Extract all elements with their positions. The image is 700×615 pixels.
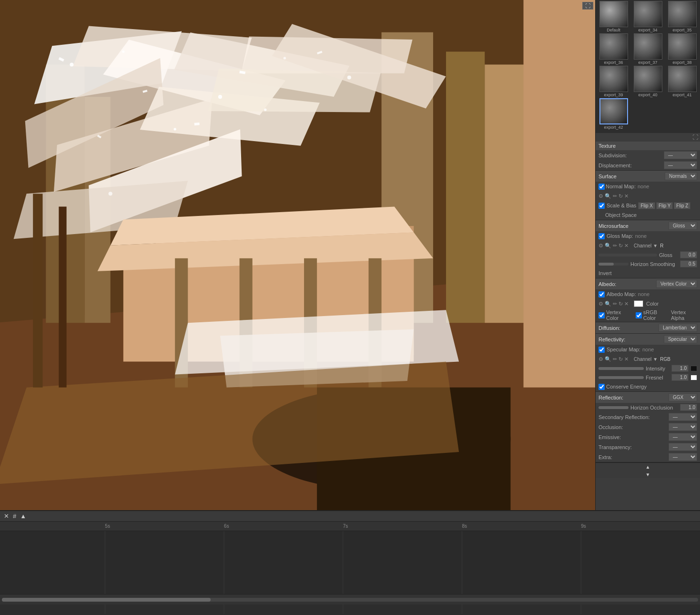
timeline-tracks[interactable] (0, 531, 700, 594)
settings-icon[interactable]: ⚙ (599, 193, 603, 199)
timeline-scrollbar-track[interactable] (2, 598, 698, 602)
gloss-map-label: Gloss Map: (607, 233, 633, 239)
intensity-color-swatch[interactable] (690, 366, 697, 371)
transparency-dropdown[interactable]: — (669, 443, 697, 451)
fresnel-input[interactable]: 1.0 (671, 374, 689, 381)
albedo-mode-dropdown[interactable]: Vertex Color (656, 280, 697, 288)
panel-scroll-down-btn[interactable]: ▼ (596, 471, 700, 478)
material-thumb-export34[interactable]: export_34 (631, 1, 665, 33)
specular-map-checkbox[interactable] (599, 347, 605, 353)
gloss-search-icon[interactable]: 🔍 (605, 243, 611, 249)
edit-icon[interactable]: ✏ (613, 193, 617, 199)
secondary-reflection-dropdown[interactable]: — (669, 413, 697, 421)
material-thumb-export39[interactable]: export_39 (597, 66, 630, 98)
panel-scroll-up-btn[interactable]: ▲ (596, 463, 700, 471)
srgb-color-checkbox[interactable] (636, 312, 642, 318)
microsurface-mode-dropdown[interactable]: Gloss (669, 222, 697, 230)
material-thumb-export41[interactable]: export_41 (665, 66, 699, 98)
channel-dropdown-arrow[interactable]: ▼ (653, 243, 658, 248)
channel-rgb-arrow[interactable]: ▼ (653, 357, 658, 362)
gloss-edit-icon[interactable]: ✏ (613, 243, 617, 249)
albedo-close-icon[interactable]: ✕ (624, 301, 629, 307)
surface-header[interactable]: Surface Normals (596, 171, 700, 182)
gloss-close-icon[interactable]: ✕ (624, 243, 629, 249)
spec-edit-icon[interactable]: ✏ (613, 356, 617, 362)
material-thumb-export42[interactable]: export_42 (597, 98, 630, 130)
normal-map-checkbox[interactable] (599, 184, 605, 190)
spec-settings-icon[interactable]: ⚙ (599, 356, 603, 362)
timeline-hash-icon[interactable]: # (13, 512, 16, 520)
material-thumb-export37[interactable]: export_37 (631, 33, 665, 65)
invert-label: Invert (599, 270, 612, 276)
diffusion-header[interactable]: Diffusion: Lambertian (596, 322, 700, 333)
timeline-up-icon[interactable]: ▲ (20, 512, 26, 520)
search-icon[interactable]: 🔍 (605, 193, 611, 199)
emissive-dropdown[interactable]: — (669, 433, 697, 441)
microsurface-section: Microsurface Gloss Gloss Map: none ⚙ 🔍 ✏ (596, 220, 700, 278)
horizon-occlusion-input[interactable]: 1.0 (680, 404, 697, 411)
viewport-fullscreen-btn[interactable]: ⛶ (582, 2, 593, 10)
material-thumb-default[interactable]: Default (597, 1, 630, 33)
material-thumb-export35[interactable]: export_35 (665, 1, 699, 33)
timeline-x-icon[interactable]: ✕ (4, 512, 9, 520)
horizon-occlusion-slider[interactable] (599, 406, 629, 409)
spec-search-icon[interactable]: 🔍 (605, 356, 611, 362)
spec-close-icon[interactable]: ✕ (624, 356, 629, 362)
timeline-scrollbar[interactable] (0, 594, 700, 605)
gloss-slider-row: Gloss 0.0 (596, 250, 700, 259)
horizon-smoothing-input[interactable]: 0.5 (680, 260, 697, 267)
material-label-export37: export_37 (638, 60, 657, 65)
normal-map-row: Normal Map: none (596, 182, 700, 191)
gloss-input[interactable]: 0.0 (680, 251, 697, 258)
conserve-energy-checkbox[interactable] (599, 384, 605, 390)
fresnel-slider[interactable] (599, 376, 644, 379)
surface-mode-dropdown[interactable]: Normals (665, 172, 697, 180)
albedo-color-swatch[interactable] (634, 300, 643, 307)
subdivision-dropdown[interactable]: — (664, 151, 697, 159)
extra-dropdown[interactable]: — (669, 453, 697, 461)
scale-bias-checkbox[interactable] (599, 203, 605, 209)
gloss-refresh-icon[interactable]: ↻ (619, 243, 623, 249)
viewport-3d[interactable]: ⛶ (0, 0, 595, 510)
reflectivity-mode-dropdown[interactable]: Specular (664, 335, 697, 343)
fresnel-color-swatch[interactable] (690, 375, 697, 380)
material-thumb-export38[interactable]: export_38 (665, 33, 699, 65)
svg-rect-7 (524, 0, 595, 388)
expand-icon[interactable]: ⛶ (692, 134, 698, 141)
horizon-smoothing-slider[interactable] (599, 263, 629, 266)
displacement-dropdown[interactable]: — (664, 161, 697, 169)
reflectivity-header[interactable]: Reflectivity: Specular (596, 334, 700, 345)
gloss-slider-track[interactable] (599, 254, 657, 256)
flip-x-btn[interactable]: Flip X (638, 202, 655, 209)
spec-refresh-icon[interactable]: ↻ (619, 356, 623, 362)
gloss-map-checkbox[interactable] (599, 233, 605, 239)
intensity-slider[interactable] (599, 367, 644, 370)
albedo-map-checkbox[interactable] (599, 291, 605, 297)
channel-value: R (660, 243, 663, 248)
flip-z-btn[interactable]: Flip Z (674, 202, 690, 209)
timeline-content[interactable]: 5s 6s 7s 8s 9s (0, 522, 700, 605)
albedo-settings-icon[interactable]: ⚙ (599, 301, 603, 307)
flip-y-btn[interactable]: Flip Y (656, 202, 673, 209)
reflection-mode-dropdown[interactable]: GGX (669, 393, 697, 401)
albedo-edit-icon[interactable]: ✏ (613, 301, 617, 307)
vertex-color-label: Vertex Color (606, 309, 632, 321)
intensity-input[interactable]: 1.0 (671, 365, 689, 372)
refresh-icon[interactable]: ↻ (619, 193, 623, 199)
diffusion-mode-dropdown[interactable]: Lambertian (659, 324, 697, 332)
microsurface-header[interactable]: Microsurface Gloss (596, 220, 700, 231)
albedo-search-icon[interactable]: 🔍 (605, 301, 611, 307)
close-icon[interactable]: ✕ (624, 193, 629, 199)
occlusion-dropdown[interactable]: — (669, 423, 697, 431)
albedo-header[interactable]: Albedo: Vertex Color (596, 278, 700, 289)
secondary-reflection-row: Secondary Reflection: — (596, 412, 700, 422)
reflection-header[interactable]: Reflection: GGX (596, 392, 700, 403)
gloss-settings-icon[interactable]: ⚙ (599, 243, 603, 249)
material-thumb-export40[interactable]: export_40 (631, 66, 665, 98)
svg-rect-48 (59, 206, 66, 387)
texture-header[interactable]: Texture (596, 142, 700, 150)
material-thumb-export36[interactable]: export_36 (597, 33, 630, 65)
ruler-mark-7s: 7s (343, 523, 348, 529)
albedo-refresh-icon[interactable]: ↻ (619, 301, 623, 307)
vertex-color-checkbox[interactable] (599, 312, 605, 318)
